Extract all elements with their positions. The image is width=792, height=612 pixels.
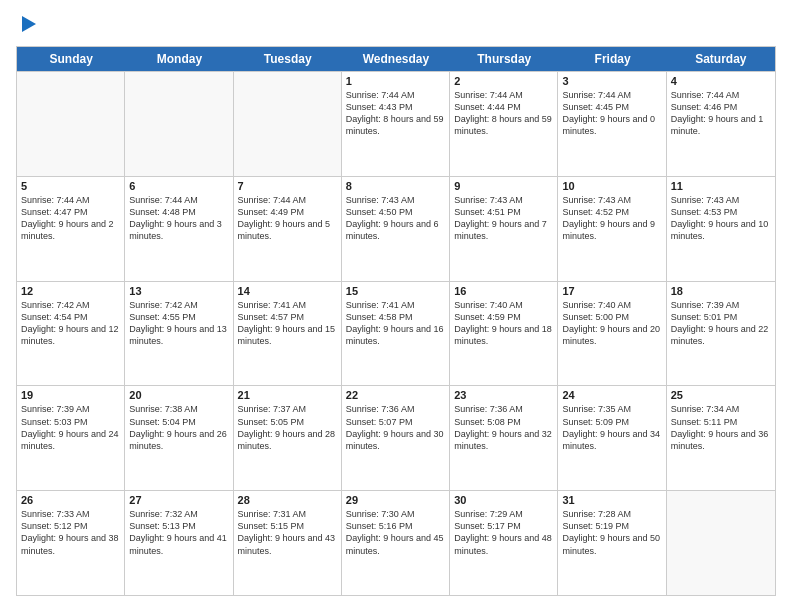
cell-info: Sunrise: 7:44 AMSunset: 4:44 PMDaylight:… bbox=[454, 89, 553, 138]
cell-info: Sunrise: 7:42 AMSunset: 4:54 PMDaylight:… bbox=[21, 299, 120, 348]
weekday-header: Saturday bbox=[667, 47, 775, 71]
calendar-cell: 26Sunrise: 7:33 AMSunset: 5:12 PMDayligh… bbox=[17, 491, 125, 595]
day-number: 22 bbox=[346, 389, 445, 401]
cell-info: Sunrise: 7:35 AMSunset: 5:09 PMDaylight:… bbox=[562, 403, 661, 452]
header bbox=[16, 16, 776, 36]
cell-info: Sunrise: 7:31 AMSunset: 5:15 PMDaylight:… bbox=[238, 508, 337, 557]
day-number: 20 bbox=[129, 389, 228, 401]
calendar-cell: 14Sunrise: 7:41 AMSunset: 4:57 PMDayligh… bbox=[234, 282, 342, 386]
cell-info: Sunrise: 7:40 AMSunset: 4:59 PMDaylight:… bbox=[454, 299, 553, 348]
day-number: 10 bbox=[562, 180, 661, 192]
day-number: 27 bbox=[129, 494, 228, 506]
page: SundayMondayTuesdayWednesdayThursdayFrid… bbox=[0, 0, 792, 612]
calendar-cell: 23Sunrise: 7:36 AMSunset: 5:08 PMDayligh… bbox=[450, 386, 558, 490]
day-number: 4 bbox=[671, 75, 771, 87]
day-number: 23 bbox=[454, 389, 553, 401]
logo bbox=[16, 16, 40, 36]
calendar-row: 26Sunrise: 7:33 AMSunset: 5:12 PMDayligh… bbox=[17, 490, 775, 595]
cell-info: Sunrise: 7:43 AMSunset: 4:52 PMDaylight:… bbox=[562, 194, 661, 243]
day-number: 8 bbox=[346, 180, 445, 192]
calendar-cell: 24Sunrise: 7:35 AMSunset: 5:09 PMDayligh… bbox=[558, 386, 666, 490]
day-number: 2 bbox=[454, 75, 553, 87]
calendar-cell: 28Sunrise: 7:31 AMSunset: 5:15 PMDayligh… bbox=[234, 491, 342, 595]
cell-info: Sunrise: 7:44 AMSunset: 4:49 PMDaylight:… bbox=[238, 194, 337, 243]
cell-info: Sunrise: 7:34 AMSunset: 5:11 PMDaylight:… bbox=[671, 403, 771, 452]
calendar-cell: 30Sunrise: 7:29 AMSunset: 5:17 PMDayligh… bbox=[450, 491, 558, 595]
calendar-cell bbox=[234, 72, 342, 176]
day-number: 17 bbox=[562, 285, 661, 297]
weekday-header: Thursday bbox=[450, 47, 558, 71]
day-number: 30 bbox=[454, 494, 553, 506]
calendar-body: 1Sunrise: 7:44 AMSunset: 4:43 PMDaylight… bbox=[17, 71, 775, 595]
cell-info: Sunrise: 7:39 AMSunset: 5:01 PMDaylight:… bbox=[671, 299, 771, 348]
cell-info: Sunrise: 7:44 AMSunset: 4:46 PMDaylight:… bbox=[671, 89, 771, 138]
cell-info: Sunrise: 7:40 AMSunset: 5:00 PMDaylight:… bbox=[562, 299, 661, 348]
calendar-cell: 31Sunrise: 7:28 AMSunset: 5:19 PMDayligh… bbox=[558, 491, 666, 595]
day-number: 6 bbox=[129, 180, 228, 192]
logo-icon bbox=[18, 14, 40, 36]
day-number: 18 bbox=[671, 285, 771, 297]
calendar-cell: 8Sunrise: 7:43 AMSunset: 4:50 PMDaylight… bbox=[342, 177, 450, 281]
calendar-cell: 29Sunrise: 7:30 AMSunset: 5:16 PMDayligh… bbox=[342, 491, 450, 595]
cell-info: Sunrise: 7:43 AMSunset: 4:51 PMDaylight:… bbox=[454, 194, 553, 243]
cell-info: Sunrise: 7:38 AMSunset: 5:04 PMDaylight:… bbox=[129, 403, 228, 452]
day-number: 19 bbox=[21, 389, 120, 401]
calendar-cell: 17Sunrise: 7:40 AMSunset: 5:00 PMDayligh… bbox=[558, 282, 666, 386]
day-number: 14 bbox=[238, 285, 337, 297]
calendar-cell: 21Sunrise: 7:37 AMSunset: 5:05 PMDayligh… bbox=[234, 386, 342, 490]
weekday-header: Friday bbox=[558, 47, 666, 71]
calendar-cell: 5Sunrise: 7:44 AMSunset: 4:47 PMDaylight… bbox=[17, 177, 125, 281]
calendar-cell: 9Sunrise: 7:43 AMSunset: 4:51 PMDaylight… bbox=[450, 177, 558, 281]
weekday-header: Monday bbox=[125, 47, 233, 71]
cell-info: Sunrise: 7:33 AMSunset: 5:12 PMDaylight:… bbox=[21, 508, 120, 557]
cell-info: Sunrise: 7:28 AMSunset: 5:19 PMDaylight:… bbox=[562, 508, 661, 557]
day-number: 15 bbox=[346, 285, 445, 297]
calendar-cell: 18Sunrise: 7:39 AMSunset: 5:01 PMDayligh… bbox=[667, 282, 775, 386]
calendar-row: 5Sunrise: 7:44 AMSunset: 4:47 PMDaylight… bbox=[17, 176, 775, 281]
calendar-cell: 4Sunrise: 7:44 AMSunset: 4:46 PMDaylight… bbox=[667, 72, 775, 176]
calendar-cell: 11Sunrise: 7:43 AMSunset: 4:53 PMDayligh… bbox=[667, 177, 775, 281]
calendar-row: 19Sunrise: 7:39 AMSunset: 5:03 PMDayligh… bbox=[17, 385, 775, 490]
calendar-cell: 22Sunrise: 7:36 AMSunset: 5:07 PMDayligh… bbox=[342, 386, 450, 490]
calendar-header: SundayMondayTuesdayWednesdayThursdayFrid… bbox=[17, 47, 775, 71]
day-number: 31 bbox=[562, 494, 661, 506]
day-number: 25 bbox=[671, 389, 771, 401]
calendar-cell: 20Sunrise: 7:38 AMSunset: 5:04 PMDayligh… bbox=[125, 386, 233, 490]
day-number: 26 bbox=[21, 494, 120, 506]
calendar-cell: 7Sunrise: 7:44 AMSunset: 4:49 PMDaylight… bbox=[234, 177, 342, 281]
cell-info: Sunrise: 7:43 AMSunset: 4:53 PMDaylight:… bbox=[671, 194, 771, 243]
cell-info: Sunrise: 7:36 AMSunset: 5:08 PMDaylight:… bbox=[454, 403, 553, 452]
calendar-cell: 15Sunrise: 7:41 AMSunset: 4:58 PMDayligh… bbox=[342, 282, 450, 386]
calendar-cell bbox=[125, 72, 233, 176]
weekday-header: Wednesday bbox=[342, 47, 450, 71]
day-number: 24 bbox=[562, 389, 661, 401]
cell-info: Sunrise: 7:44 AMSunset: 4:45 PMDaylight:… bbox=[562, 89, 661, 138]
day-number: 9 bbox=[454, 180, 553, 192]
calendar-cell: 3Sunrise: 7:44 AMSunset: 4:45 PMDaylight… bbox=[558, 72, 666, 176]
calendar-cell bbox=[667, 491, 775, 595]
day-number: 28 bbox=[238, 494, 337, 506]
day-number: 12 bbox=[21, 285, 120, 297]
day-number: 29 bbox=[346, 494, 445, 506]
calendar-cell: 27Sunrise: 7:32 AMSunset: 5:13 PMDayligh… bbox=[125, 491, 233, 595]
calendar-cell: 16Sunrise: 7:40 AMSunset: 4:59 PMDayligh… bbox=[450, 282, 558, 386]
day-number: 16 bbox=[454, 285, 553, 297]
cell-info: Sunrise: 7:41 AMSunset: 4:57 PMDaylight:… bbox=[238, 299, 337, 348]
cell-info: Sunrise: 7:44 AMSunset: 4:47 PMDaylight:… bbox=[21, 194, 120, 243]
calendar-cell: 12Sunrise: 7:42 AMSunset: 4:54 PMDayligh… bbox=[17, 282, 125, 386]
cell-info: Sunrise: 7:39 AMSunset: 5:03 PMDaylight:… bbox=[21, 403, 120, 452]
cell-info: Sunrise: 7:44 AMSunset: 4:43 PMDaylight:… bbox=[346, 89, 445, 138]
weekday-header: Tuesday bbox=[234, 47, 342, 71]
calendar-row: 12Sunrise: 7:42 AMSunset: 4:54 PMDayligh… bbox=[17, 281, 775, 386]
day-number: 21 bbox=[238, 389, 337, 401]
svg-marker-0 bbox=[22, 16, 36, 32]
calendar-row: 1Sunrise: 7:44 AMSunset: 4:43 PMDaylight… bbox=[17, 71, 775, 176]
cell-info: Sunrise: 7:42 AMSunset: 4:55 PMDaylight:… bbox=[129, 299, 228, 348]
day-number: 11 bbox=[671, 180, 771, 192]
day-number: 1 bbox=[346, 75, 445, 87]
day-number: 5 bbox=[21, 180, 120, 192]
calendar-cell bbox=[17, 72, 125, 176]
calendar-cell: 2Sunrise: 7:44 AMSunset: 4:44 PMDaylight… bbox=[450, 72, 558, 176]
calendar-cell: 10Sunrise: 7:43 AMSunset: 4:52 PMDayligh… bbox=[558, 177, 666, 281]
calendar-cell: 25Sunrise: 7:34 AMSunset: 5:11 PMDayligh… bbox=[667, 386, 775, 490]
